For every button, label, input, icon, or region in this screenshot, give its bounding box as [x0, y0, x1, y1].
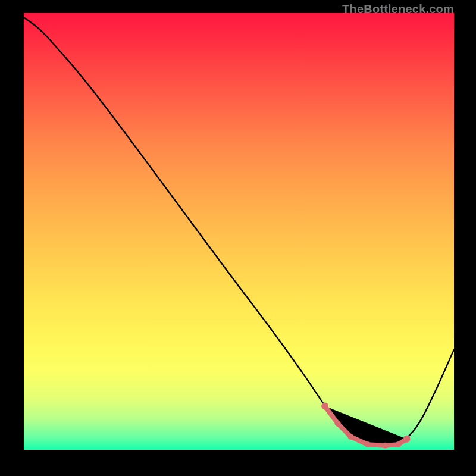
highlight-dots [321, 403, 410, 449]
curve-line [24, 17, 454, 445]
highlight-dot [395, 441, 401, 447]
highlight-dot [403, 436, 410, 443]
chart-area [24, 13, 454, 450]
highlight-dot [365, 441, 371, 447]
watermark-text: TheBottleneck.com [342, 2, 454, 16]
highlight-dot [347, 434, 353, 440]
chart-svg [24, 13, 454, 450]
highlight-dot [382, 443, 388, 449]
highlight-dot [335, 421, 341, 427]
highlight-dot [321, 403, 328, 410]
